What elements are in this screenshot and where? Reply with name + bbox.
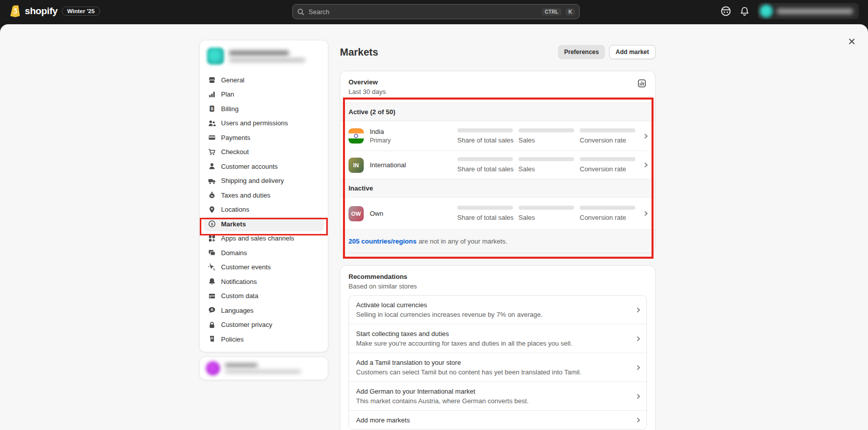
recommendation-partial[interactable]: Add more markets [349, 410, 646, 429]
recommendation-taxes-duties[interactable]: Start collecting taxes and duties Make s… [349, 324, 646, 353]
market-sublabel: Primary [370, 137, 390, 144]
shipping-icon [208, 177, 216, 185]
recommendation-add-german[interactable]: Add German to your International market … [349, 381, 646, 410]
sidebar-item-label: Locations [221, 206, 249, 213]
markets-page: Markets Preferences Add market Overview … [340, 44, 656, 430]
market-name: India [370, 128, 390, 135]
billing-icon: $ [208, 105, 216, 113]
global-search[interactable]: CTRL K [292, 4, 580, 19]
chevron-right-icon [635, 394, 640, 399]
sidebar-item-customer-accounts[interactable]: Customer accounts [204, 159, 324, 174]
footer-text: are not in any of your markets. [418, 237, 507, 245]
settings-modal: General Plan $ Billing Users and permiss… [0, 24, 868, 430]
metric-placeholder-bar [518, 157, 574, 161]
settings-sidebar: General Plan $ Billing Users and permiss… [199, 40, 328, 352]
k-keycap: K [566, 8, 575, 16]
sidebar-item-domains[interactable]: Domains [204, 246, 324, 260]
metric-placeholder-bar [457, 157, 513, 161]
metric-label: Conversion rate [580, 136, 637, 144]
notifications-bell-icon[interactable] [740, 6, 750, 17]
metric-placeholder-bar [580, 206, 635, 210]
sidebar-item-policies[interactable]: Policies [204, 332, 324, 347]
sidebar-item-checkout[interactable]: Checkout [204, 145, 324, 160]
sidebar-item-label: Plan [221, 90, 234, 98]
recommendation-local-currencies[interactable]: Activate local currencies Selling in loc… [349, 296, 646, 324]
recommendation-title: Add a Tamil translation to your store [356, 359, 630, 366]
secondary-account-card[interactable] [199, 357, 328, 380]
view-report-button[interactable] [636, 77, 648, 89]
sidebar-item-notifications[interactable]: Notifications [204, 274, 324, 289]
sidebar-item-label: Customer privacy [221, 321, 272, 328]
sidebar-item-users-and-permissions[interactable]: Users and permissions [204, 116, 324, 131]
sidebar-item-general[interactable]: General [204, 73, 324, 87]
recommendation-description: Make sure you're accounting for taxes an… [356, 340, 630, 347]
active-section-header: Active (2 of 50) [340, 103, 655, 121]
recommendation-tamil-translation[interactable]: Add a Tamil translation to your store Cu… [349, 353, 646, 381]
user-avatar [206, 361, 220, 375]
taxes-icon: % [208, 191, 216, 199]
sidebar-item-apps-and-sales-channels[interactable]: Apps and sales channels [204, 231, 324, 246]
sidebar-item-languages[interactable]: A Languages [204, 303, 324, 318]
overview-title: Overview [349, 78, 647, 86]
shopify-brand[interactable]: shopify [9, 5, 58, 18]
market-row-own[interactable]: OW Own Share of total sales Sales Conver… [340, 198, 655, 229]
search-input[interactable] [309, 8, 538, 16]
notifications-icon [208, 277, 216, 285]
market-row-india[interactable]: India Primary Share of total sales Sales… [340, 121, 655, 151]
user-name-redacted [225, 363, 301, 373]
metric-placeholder-bar [518, 206, 574, 210]
market-name: Own [370, 210, 383, 217]
shopify-logo-icon [9, 5, 21, 18]
customer-events-icon [208, 263, 216, 271]
market-row-international[interactable]: IN International Share of total sales Sa… [340, 151, 655, 179]
sidebar-item-label: Users and permissions [221, 119, 288, 127]
sidebar-item-shipping-and-delivery[interactable]: Shipping and delivery [204, 174, 324, 188]
recommendation-description: Customers can select Tamil but no conten… [356, 368, 630, 376]
sidebar-item-plan[interactable]: Plan [204, 87, 324, 102]
sidebar-item-customer-events[interactable]: Customer events [204, 260, 324, 275]
preferences-button[interactable]: Preferences [558, 45, 605, 59]
sidekick-icon[interactable] [720, 6, 731, 17]
metric-label: Share of total sales [457, 214, 518, 221]
store-icon [208, 76, 216, 84]
sidebar-item-label: Payments [221, 134, 250, 141]
countries-regions-link[interactable]: 205 countries/regions [349, 237, 416, 245]
store-header[interactable] [200, 40, 328, 71]
sidebar-item-customer-privacy[interactable]: Customer privacy [204, 318, 324, 332]
svg-text:A: A [210, 308, 213, 312]
sidebar-item-label: Notifications [221, 278, 257, 285]
metric-label: Conversion rate [580, 214, 637, 221]
domains-icon [208, 249, 216, 257]
metric-label: Sales [518, 136, 580, 144]
sidebar-item-payments[interactable]: Payments [204, 130, 324, 145]
sidebar-item-custom-data[interactable]: Custom data [204, 289, 324, 304]
sidebar-item-markets[interactable]: $ Markets [204, 217, 324, 231]
locations-icon [208, 206, 216, 214]
close-button[interactable] [845, 34, 859, 49]
sidebar-item-locations[interactable]: Locations [204, 203, 324, 217]
recommendation-title: Add German to your International market [356, 388, 630, 395]
recommendation-description: Selling in local currencies increases re… [356, 311, 630, 318]
metric-label: Conversion rate [580, 165, 637, 173]
account-menu[interactable] [758, 3, 859, 19]
store-avatar [760, 5, 773, 18]
add-market-button[interactable]: Add market [609, 45, 656, 59]
chevron-right-icon [635, 336, 640, 341]
recommendations-card: Recommendations Based on similar stores … [340, 265, 656, 430]
sidebar-item-billing[interactable]: $ Billing [204, 102, 324, 116]
sidebar-item-label: Billing [221, 105, 239, 113]
india-flag-icon [349, 128, 364, 144]
store-name-redacted [229, 51, 305, 62]
plan-icon [208, 90, 216, 99]
inactive-section-header: Inactive [340, 179, 655, 198]
checkout-icon [208, 148, 216, 156]
ctrl-keycap: CTRL [542, 8, 561, 16]
sidebar-item-label: Customer accounts [221, 163, 278, 170]
chevron-right-icon [635, 418, 640, 423]
report-icon [637, 79, 646, 88]
sidebar-item-label: General [221, 76, 244, 84]
metric-placeholder-bar [457, 128, 513, 132]
recommendations-subtitle: Based on similar stores [349, 282, 647, 290]
recommendation-title: Add more markets [356, 416, 630, 424]
sidebar-item-taxes-and-duties[interactable]: % Taxes and duties [204, 188, 324, 203]
